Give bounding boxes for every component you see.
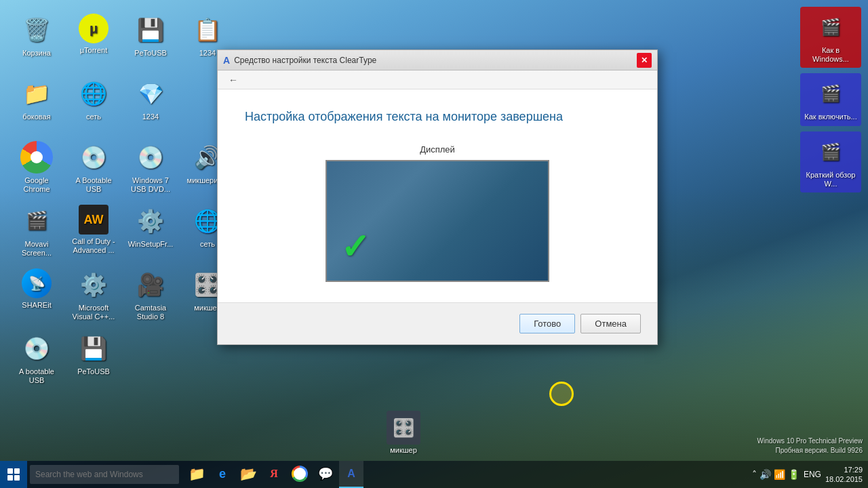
folder-icon: 📂 [240,466,257,482]
icon-how-windows-2[interactable]: 🎬 Как включить... [800,73,861,125]
icon-backup[interactable]: 📁 боковая [9,73,64,134]
tray-network-icon[interactable]: 📶 [774,469,785,480]
display-preview: ✓ [326,160,549,282]
display-label: Дисплей [245,144,630,155]
icon-bootable-usb[interactable]: 💿 A Bootable USB [66,137,121,198]
icon-petousb[interactable]: 💾 PeToUSB [123,9,178,70]
icon-movavi[interactable]: 🎬 Movavi Screen... [9,201,64,262]
icon-camtasia[interactable]: 🎥 Camtasia Studio 8 [123,264,178,325]
tray-time-date: 17:29 18.02.2015 [825,465,863,485]
tray-battery-icon[interactable]: 🔋 [788,469,800,480]
start-button[interactable] [0,461,27,488]
tray-date: 18.02.2015 [825,474,863,484]
cleartype-taskbar-icon: A [347,468,355,480]
taskbar-search-input[interactable] [30,465,179,484]
dialog-title: Средство настройки текста ClearType [234,56,633,65]
desktop-background: 🗑️ Корзина μ µTorrent 💾 PeToUSB 📋 1234 📁… [0,0,868,488]
desktop-icons-right: 🎬 Как в Windows... 🎬 Как включить... 🎬 К… [800,7,861,192]
ok-button[interactable]: Готово [519,314,575,333]
desktop-icons-grid: 🗑️ Корзина μ µTorrent 💾 PeToUSB 📋 1234 📁… [7,7,237,392]
icon-winsetup[interactable]: ⚙️ WinSetupFr... [123,201,178,262]
icon-1234-crystal[interactable]: 💎 1234 [123,73,178,134]
taskbar-yandex[interactable]: Я [262,461,286,488]
icon-utorrent[interactable]: μ µTorrent [66,9,121,70]
dialog-titlebar: A Средство настройки текста ClearType ✕ [218,50,657,70]
icon-callofduty[interactable]: AW Call of Duty - Advanced ... [66,201,121,262]
taskbar-skype[interactable]: 💬 [313,461,338,488]
taskbar-tray: ˄ 🔊 📶 🔋 ENG 17:29 18.02.2015 [752,465,868,485]
dialog-back-button[interactable]: ← [224,73,242,87]
svg-rect-0 [7,468,13,474]
svg-rect-3 [14,475,20,481]
taskbar-folder[interactable]: 📂 [236,461,260,488]
icon-overview[interactable]: 🎬 Краткий обзор W... [800,131,861,192]
tray-time: 17:29 [825,465,863,474]
checkmark-icon: ✓ [340,226,370,267]
icon-recycle-bin[interactable]: 🗑️ Корзина [9,9,64,70]
icon-google-chrome[interactable]: Google Chrome [9,137,64,198]
icon-network[interactable]: 🌐 сеть [66,73,121,134]
taskbar: 📁 e 📂 Я 💬 A ˄ 🔊 [0,461,868,488]
cleartype-dialog: A Средство настройки текста ClearType ✕ … [217,49,658,345]
yandex-icon: Я [270,468,278,480]
tray-arrow-icon[interactable]: ˄ [752,469,757,480]
dialog-close-button[interactable]: ✕ [637,53,652,68]
icon-mikshep-bottom[interactable]: 🎛️ микшер [387,411,420,454]
taskbar-chrome[interactable] [288,461,312,488]
dialog-heading: Настройка отображения текста на мониторе… [245,110,630,124]
icon-win7-usb[interactable]: 💿 Windows 7 USB DVD... [123,137,178,198]
windows-logo-icon [7,468,20,481]
icon-shareit[interactable]: 📡 SHAREit [9,264,64,325]
dialog-nav: ← [218,70,657,89]
cancel-button[interactable]: Отмена [580,314,641,333]
taskbar-file-explorer[interactable]: 📁 [184,461,209,488]
taskbar-app-icons: 📁 e 📂 Я 💬 A [184,461,363,488]
file-explorer-icon: 📁 [189,466,205,482]
dialog-icon: A [223,55,230,66]
icon-bootable-usb2[interactable]: 💿 A bootable USB [9,328,64,389]
taskbar-ie[interactable]: e [210,461,235,488]
tray-icons: ˄ 🔊 📶 🔋 [752,469,800,480]
tray-volume-icon[interactable]: 🔊 [760,469,771,480]
dialog-content: Настройка отображения текста на мониторе… [218,89,657,302]
ie-icon: e [219,467,226,481]
chrome-taskbar-icon [292,466,308,482]
icon-how-windows-1[interactable]: 🎬 Как в Windows... [800,7,861,68]
windows-watermark: Windows 10 Pro Technical Preview Пробная… [757,436,863,455]
dialog-footer: Готово Отмена [218,302,657,344]
svg-rect-1 [14,468,20,474]
tray-language[interactable]: ENG [804,470,821,479]
icon-petousb2[interactable]: 💾 PeToUSB [66,328,121,389]
svg-rect-2 [7,475,13,481]
icon-msvc[interactable]: ⚙️ Microsoft Visual C++... [66,264,121,325]
taskbar-cleartype[interactable]: A [339,461,363,488]
skype-icon: 💬 [318,466,333,481]
